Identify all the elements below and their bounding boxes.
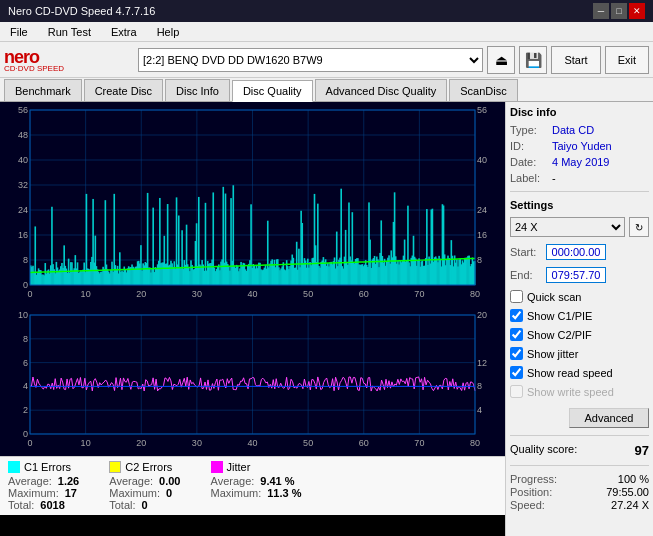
start-label: Start: xyxy=(510,246,542,258)
tab-disc-quality[interactable]: Disc Quality xyxy=(232,80,313,102)
c2-color xyxy=(109,461,121,473)
show-c2-row[interactable]: Show C2/PIF xyxy=(510,328,649,341)
c2-legend: C2 Errors Average: 0.00 Maximum: 0 Total… xyxy=(109,461,180,511)
end-row: End: 079:57.70 xyxy=(510,267,649,283)
c2-max-value: 0 xyxy=(166,487,172,499)
drive-select[interactable]: [2:2] BENQ DVD DD DW1620 B7W9 xyxy=(138,48,483,72)
maximize-button[interactable]: □ xyxy=(611,3,627,19)
menu-run-test[interactable]: Run Test xyxy=(42,24,97,40)
speed-progress-value: 27.24 X xyxy=(611,499,649,511)
quality-score-value: 97 xyxy=(635,443,649,458)
logo-sub: CD·DVD SPEED xyxy=(4,64,64,73)
legend-area: C1 Errors Average: 1.26 Maximum: 17 Tota… xyxy=(0,456,505,515)
c1-max-value: 17 xyxy=(65,487,77,499)
app-title: Nero CD-DVD Speed 4.7.7.16 xyxy=(8,5,155,17)
jitter-chart xyxy=(0,307,505,456)
jitter-max-value: 11.3 % xyxy=(267,487,301,499)
quality-score-row: Quality score: 97 xyxy=(510,443,649,458)
id-label: ID: xyxy=(510,140,548,152)
show-read-speed-label: Show read speed xyxy=(527,367,613,379)
show-read-speed-row[interactable]: Show read speed xyxy=(510,366,649,379)
c1-c2-chart xyxy=(0,102,505,307)
tab-disc-info[interactable]: Disc Info xyxy=(165,79,230,101)
quick-scan-checkbox[interactable] xyxy=(510,290,523,303)
jitter-label: Jitter xyxy=(227,461,251,473)
position-value: 79:55.00 xyxy=(606,486,649,498)
c2-avg-label: Average: xyxy=(109,475,153,487)
progress-label: Progress: xyxy=(510,473,557,485)
c1-legend: C1 Errors Average: 1.26 Maximum: 17 Tota… xyxy=(8,461,79,511)
toolbar: nero CD·DVD SPEED [2:2] BENQ DVD DD DW16… xyxy=(0,42,653,78)
c1-color xyxy=(8,461,20,473)
menu-extra[interactable]: Extra xyxy=(105,24,143,40)
c1-avg-label: Average: xyxy=(8,475,52,487)
c2-label: C2 Errors xyxy=(125,461,172,473)
progress-section: Progress: 100 % Position: 79:55.00 Speed… xyxy=(510,473,649,512)
menu-help[interactable]: Help xyxy=(151,24,186,40)
date-value: 4 May 2019 xyxy=(552,156,609,168)
quick-scan-label: Quick scan xyxy=(527,291,581,303)
tab-benchmark[interactable]: Benchmark xyxy=(4,79,82,101)
end-label: End: xyxy=(510,269,542,281)
minimize-button[interactable]: ─ xyxy=(593,3,609,19)
close-button[interactable]: ✕ xyxy=(629,3,645,19)
charts-area: C1 Errors Average: 1.26 Maximum: 17 Tota… xyxy=(0,102,506,536)
type-label: Type: xyxy=(510,124,548,136)
tab-create-disc[interactable]: Create Disc xyxy=(84,79,163,101)
menu-bar: File Run Test Extra Help xyxy=(0,22,653,42)
c1-total-label: Total: xyxy=(8,499,34,511)
speed-row-progress: Speed: 27.24 X xyxy=(510,499,649,511)
speed-progress-label: Speed: xyxy=(510,499,545,511)
c1-max-label: Maximum: xyxy=(8,487,59,499)
progress-row: Progress: 100 % xyxy=(510,473,649,485)
quick-scan-row[interactable]: Quick scan xyxy=(510,290,649,303)
show-write-speed-label: Show write speed xyxy=(527,386,614,398)
advanced-button[interactable]: Advanced xyxy=(569,408,649,428)
type-value: Data CD xyxy=(552,124,594,136)
save-button[interactable]: 💾 xyxy=(519,46,547,74)
start-button[interactable]: Start xyxy=(551,46,600,74)
jitter-color xyxy=(211,461,223,473)
eject-button[interactable]: ⏏ xyxy=(487,46,515,74)
progress-value: 100 % xyxy=(618,473,649,485)
start-value: 000:00.00 xyxy=(546,244,606,260)
quality-score-label: Quality score: xyxy=(510,443,577,458)
c2-total-label: Total: xyxy=(109,499,135,511)
refresh-button[interactable]: ↻ xyxy=(629,217,649,237)
divider-1 xyxy=(510,191,649,192)
c2-data: Average: 0.00 Maximum: 0 Total: 0 xyxy=(109,475,180,511)
jitter-data: Average: 9.41 % Maximum: 11.3 % xyxy=(211,475,302,499)
tab-bar: Benchmark Create Disc Disc Info Disc Qua… xyxy=(0,78,653,102)
show-jitter-row[interactable]: Show jitter xyxy=(510,347,649,360)
c2-total-value: 0 xyxy=(142,499,148,511)
show-read-speed-checkbox[interactable] xyxy=(510,366,523,379)
speed-select[interactable]: 24 X xyxy=(510,217,625,237)
tab-advanced-disc-quality[interactable]: Advanced Disc Quality xyxy=(315,79,448,101)
show-jitter-label: Show jitter xyxy=(527,348,578,360)
show-jitter-checkbox[interactable] xyxy=(510,347,523,360)
jitter-legend: Jitter Average: 9.41 % Maximum: 11.3 % xyxy=(211,461,302,511)
position-label: Position: xyxy=(510,486,552,498)
speed-row: 24 X ↻ xyxy=(510,217,649,237)
tab-scan-disc[interactable]: ScanDisc xyxy=(449,79,517,101)
c1-label: C1 Errors xyxy=(24,461,71,473)
c1-total-value: 6018 xyxy=(40,499,64,511)
divider-3 xyxy=(510,465,649,466)
c2-max-label: Maximum: xyxy=(109,487,160,499)
show-write-speed-row: Show write speed xyxy=(510,385,649,398)
exit-button[interactable]: Exit xyxy=(605,46,649,74)
jitter-avg-value: 9.41 % xyxy=(260,475,294,487)
divider-2 xyxy=(510,435,649,436)
c1-avg-value: 1.26 xyxy=(58,475,79,487)
jitter-max-label: Maximum: xyxy=(211,487,262,499)
logo: nero CD·DVD SPEED xyxy=(4,47,134,73)
show-c2-label: Show C2/PIF xyxy=(527,329,592,341)
show-c1-checkbox[interactable] xyxy=(510,309,523,322)
c1-data: Average: 1.26 Maximum: 17 Total: 6018 xyxy=(8,475,79,511)
right-panel: Disc info Type: Data CD ID: Taiyo Yuden … xyxy=(506,102,653,536)
menu-file[interactable]: File xyxy=(4,24,34,40)
settings-title: Settings xyxy=(510,199,649,211)
show-c1-row[interactable]: Show C1/PIE xyxy=(510,309,649,322)
disc-label-row: Label: - xyxy=(510,172,649,184)
show-c2-checkbox[interactable] xyxy=(510,328,523,341)
